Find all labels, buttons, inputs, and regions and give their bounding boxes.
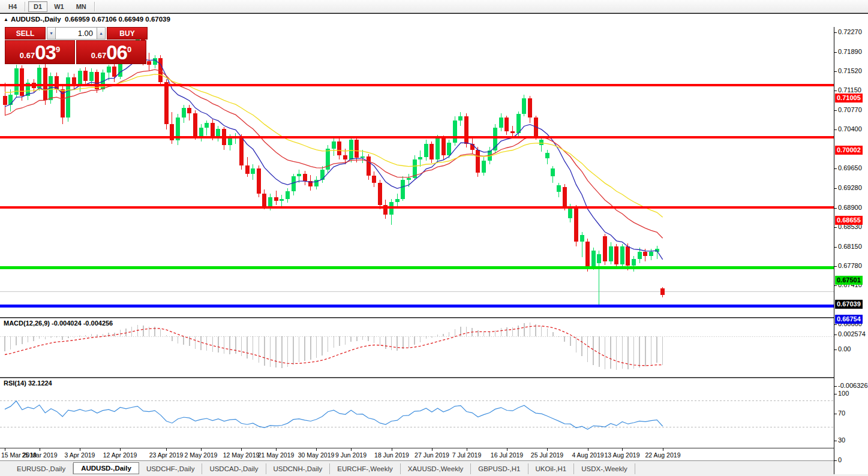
toolbar-separator bbox=[25, 2, 26, 11]
macd-pane[interactable]: MACD(12,26,9) -0.004024 -0.004256 bbox=[0, 318, 834, 377]
candle-body-up bbox=[401, 180, 405, 198]
candle-body-up bbox=[78, 71, 82, 85]
buy-price-prefix: 0.67 bbox=[91, 49, 106, 62]
volume-decrease-button[interactable]: ▼ bbox=[47, 27, 56, 40]
candle-body-down bbox=[147, 61, 151, 64]
candle-body-up bbox=[522, 98, 526, 114]
candle-body-down bbox=[211, 123, 215, 137]
date-axis-label: 12 Apr 2019 bbox=[103, 451, 137, 459]
chart-tab-audusd[interactable]: AUDUSD-,Daily bbox=[73, 462, 139, 474]
buy-price-display[interactable]: 0.67060 bbox=[76, 40, 146, 64]
sell-price-prefix: 0.67 bbox=[20, 49, 35, 62]
candle-body-up bbox=[107, 67, 111, 73]
candle-body-down bbox=[476, 150, 480, 173]
axis-tickmark bbox=[834, 110, 837, 111]
collapse-panel-icon[interactable]: ▲ bbox=[4, 17, 8, 22]
candle-body-up bbox=[482, 161, 486, 173]
chart-tab-usdcad[interactable]: USDCAD-,Daily bbox=[202, 463, 266, 474]
volume-input[interactable] bbox=[56, 27, 97, 40]
axis-tickmark bbox=[834, 414, 837, 414]
axis-tickmark bbox=[834, 32, 837, 33]
candle-body-up bbox=[251, 168, 255, 174]
timeframe-button-h4[interactable]: H4 bbox=[3, 1, 22, 12]
chart-tab-bar: EURUSD-,DailyAUDUSD-,DailyUSDCHF-,DailyU… bbox=[0, 460, 868, 476]
chevron-up-icon: ▲ bbox=[99, 31, 103, 35]
candle-body-up bbox=[395, 199, 400, 202]
axis-tickmark bbox=[834, 91, 837, 91]
candle-body-up bbox=[557, 185, 561, 192]
candle-body-up bbox=[516, 114, 521, 133]
date-axis[interactable]: 15 Mar 201925 Mar 20193 Apr 201912 Apr 2… bbox=[0, 448, 834, 462]
axis-tickmark bbox=[834, 129, 837, 130]
price-axis-tick: 0.72270 bbox=[838, 28, 862, 35]
timeframe-button-w1[interactable]: W1 bbox=[49, 1, 70, 12]
macd-canvas[interactable] bbox=[0, 318, 834, 377]
date-axis-tickmark bbox=[622, 448, 623, 451]
date-axis-label: 4 Aug 2019 bbox=[572, 451, 603, 459]
date-axis-label: 23 Apr 2019 bbox=[149, 451, 184, 459]
sell-button[interactable]: SELL bbox=[5, 27, 46, 40]
mt4-window: H4D1W1MN ▲AUDUSD-,Daily 0.66959 0.67106 … bbox=[0, 0, 868, 476]
price-axis-tick: 0.70770 bbox=[838, 106, 862, 113]
price-axis-tick: 100 bbox=[838, 390, 849, 397]
candle-body-down bbox=[504, 118, 509, 131]
candle-body-down bbox=[585, 242, 590, 267]
chart-tab-xauusd[interactable]: XAUUSD-,Weekly bbox=[401, 463, 471, 474]
chart-tab-eurusd[interactable]: EURUSD-,Daily bbox=[10, 463, 73, 474]
date-axis-tickmark bbox=[351, 448, 352, 451]
candle-body-down bbox=[257, 168, 261, 194]
rsi-canvas[interactable] bbox=[0, 378, 834, 448]
date-axis-tickmark bbox=[201, 448, 202, 451]
candle-body-down bbox=[193, 113, 197, 136]
timeframe-toolbar: H4D1W1MN bbox=[0, 0, 868, 13]
candle-body-up bbox=[407, 178, 411, 180]
timeframe-button-d1[interactable]: D1 bbox=[28, 1, 47, 12]
price-axis[interactable]: 0.722700.718900.715200.711500.707700.704… bbox=[834, 27, 868, 474]
candle-body-up bbox=[649, 252, 653, 256]
axis-tickmark bbox=[834, 208, 837, 209]
date-axis-label: 25 Mar 2019 bbox=[22, 451, 58, 459]
volume-increase-button[interactable]: ▲ bbox=[97, 27, 106, 40]
date-axis-tickmark bbox=[507, 448, 507, 451]
price-pane[interactable]: ▲AUDUSD-,Daily 0.66959 0.67106 0.66949 0… bbox=[0, 14, 834, 317]
rsi-pane[interactable]: RSI(14) 32.1224 bbox=[0, 378, 834, 448]
price-axis-tick: 0.00 bbox=[838, 345, 851, 353]
candle-body-down bbox=[378, 183, 382, 204]
chart-tab-ukoil[interactable]: UKOil-,H1 bbox=[528, 463, 575, 474]
price-badge: 0.70002 bbox=[835, 146, 863, 155]
price-axis-tick: 30 bbox=[838, 436, 845, 444]
chart-tab-eurchf[interactable]: EURCHF-,Weekly bbox=[330, 463, 400, 474]
sell-price-pip: 9 bbox=[56, 41, 60, 59]
chart-tab-usdx[interactable]: USDX-,Weekly bbox=[574, 463, 635, 474]
candle-body-up bbox=[458, 116, 462, 120]
date-axis-tickmark bbox=[241, 448, 242, 451]
price-badge: 0.68655 bbox=[835, 216, 863, 225]
buy-price-big: 06 bbox=[106, 43, 127, 62]
price-badge: 0.67039 bbox=[835, 300, 863, 309]
axis-tickmark bbox=[834, 188, 837, 189]
candle-body-down bbox=[245, 165, 250, 174]
price-axis-tick: 0.71520 bbox=[838, 67, 862, 74]
sell-price-display[interactable]: 0.67039 bbox=[5, 40, 75, 64]
chart-tab-usdchf[interactable]: USDCHF-,Daily bbox=[139, 463, 203, 474]
candle-body-down bbox=[367, 156, 371, 176]
date-axis-tickmark bbox=[547, 448, 548, 451]
timeframe-button-mn[interactable]: MN bbox=[71, 1, 92, 12]
axis-tickmark bbox=[834, 394, 837, 394]
candle-body-up bbox=[89, 72, 94, 82]
chart-tab-gbpusd[interactable]: GBPUSD-,H1 bbox=[471, 463, 528, 474]
chart-tab-usdcnh[interactable]: USDCNH-,Daily bbox=[266, 463, 331, 474]
price-axis-tick: 0 bbox=[838, 456, 842, 463]
date-axis-label: 9 Jun 2019 bbox=[335, 451, 367, 459]
axis-tickmark bbox=[834, 350, 837, 350]
date-axis-tickmark bbox=[276, 448, 277, 451]
macd-indicator-label: MACD(12,26,9) -0.004024 -0.004256 bbox=[4, 320, 113, 327]
candle-body-up bbox=[632, 259, 636, 265]
candle-body-up bbox=[286, 191, 290, 198]
candle-body-up bbox=[205, 123, 209, 128]
price-badge: 0.66754 bbox=[835, 315, 863, 324]
buy-button[interactable]: BUY bbox=[107, 27, 148, 40]
rsi-line bbox=[5, 401, 663, 429]
price-axis-tick: 70 bbox=[838, 409, 845, 417]
axis-tickmark bbox=[834, 247, 837, 248]
